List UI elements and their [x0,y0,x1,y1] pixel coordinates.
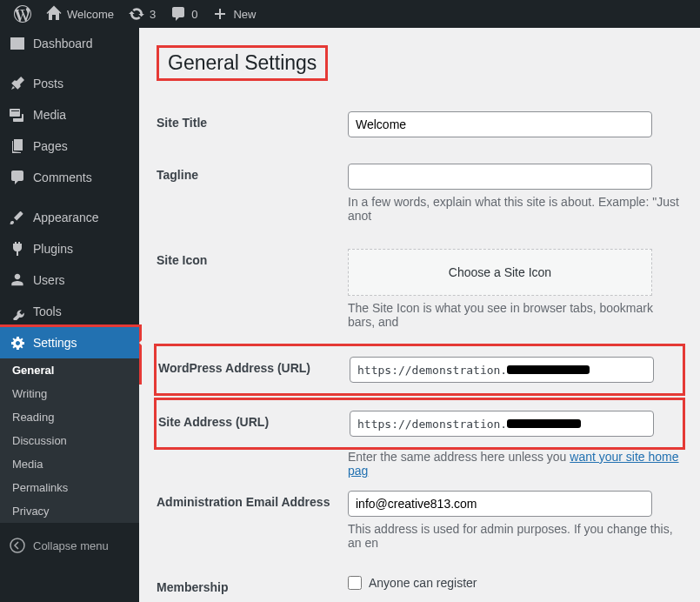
membership-checkbox[interactable] [348,576,362,590]
admin-email-row: Administration Email Address This addres… [157,478,683,563]
site-name: Welcome [67,8,114,21]
tagline-row: Tagline In a few words, explain what thi… [157,150,683,236]
comments-count: 0 [191,8,197,21]
updates-link[interactable]: 3 [121,5,163,23]
submenu-item-discussion[interactable]: Discussion [0,429,139,452]
wp-url-label: WordPress Address (URL) [158,357,350,375]
admin-sidebar: Dashboard Posts Media Pages Comments App… [0,28,139,602]
tagline-label: Tagline [157,164,348,182]
sidebar-label: Comments [33,171,92,184]
sidebar-label: Posts [33,77,63,90]
site-url-label: Site Address (URL) [158,411,350,429]
comments-link[interactable]: 0 [163,5,204,23]
site-title-input[interactable] [348,111,652,137]
site-url-description: Enter the same address here unless you w… [348,450,683,478]
brush-icon [9,209,26,226]
submenu-item-privacy[interactable]: Privacy [0,499,139,523]
wp-url-row: WordPress Address (URL) https://demonstr… [158,348,681,391]
plugin-icon [9,240,26,258]
submenu-item-permalinks[interactable]: Permalinks [0,476,139,499]
settings-submenu-rest: Writing Reading Discussion Media Permali… [0,382,139,523]
collapse-menu[interactable]: Collapse menu [0,530,139,561]
home-icon [45,5,63,23]
wp-logo[interactable] [7,5,38,23]
sidebar-item-comments[interactable]: Comments [0,162,139,193]
site-url-row: Site Address (URL) https://demonstration… [158,402,681,445]
sidebar-label: Pages [33,139,68,153]
page-title: General Settings [157,45,328,81]
svg-point-0 [10,538,24,552]
sidebar-item-media[interactable]: Media [0,99,139,130]
collapse-icon [9,537,26,554]
media-icon [9,106,26,124]
sidebar-item-plugins[interactable]: Plugins [0,233,139,264]
new-label: New [233,8,256,21]
sidebar-label: Users [33,273,65,287]
admin-email-input[interactable] [348,491,652,517]
sidebar-label: Tools [33,304,62,318]
site-title-label: Site Title [157,111,348,130]
wp-url-highlight: WordPress Address (URL) https://demonstr… [154,344,685,396]
wp-url-input[interactable]: https://demonstration. [350,357,654,383]
users-icon [9,271,26,289]
sidebar-item-pages[interactable]: Pages [0,130,139,162]
site-icon-label: Site Icon [157,249,348,267]
comments-icon [170,5,187,23]
site-url-highlight: Site Address (URL) https://demonstration… [154,398,685,450]
update-icon [128,5,145,23]
sidebar-item-tools[interactable]: Tools [0,296,139,327]
redacted-text [507,419,581,428]
sidebar-item-posts[interactable]: Posts [0,68,139,99]
comments-icon [9,169,26,186]
settings-submenu: General [0,358,139,382]
redacted-text [507,365,590,374]
site-icon-row: Site Icon Choose a Site Icon The Site Ic… [157,236,683,342]
sidebar-label: Settings [33,336,77,350]
choose-icon-button[interactable]: Choose a Site Icon [348,249,652,296]
submenu-item-general[interactable]: General [0,358,139,382]
sidebar-label: Media [33,108,66,122]
new-link[interactable]: New [204,5,263,23]
sidebar-item-dashboard[interactable]: Dashboard [0,28,139,59]
updates-count: 3 [150,8,156,21]
sidebar-label: Plugins [33,242,73,256]
pages-icon [9,137,26,155]
wordpress-icon [14,5,31,23]
sidebar-item-users[interactable]: Users [0,264,139,296]
tagline-description: In a few words, explain what this site i… [348,195,683,223]
collapse-label: Collapse menu [33,539,109,552]
sidebar-item-appearance[interactable]: Appearance [0,202,139,233]
sidebar-label: Dashboard [33,37,93,50]
pin-icon [9,75,26,92]
settings-icon [9,334,26,351]
membership-row: Membership Anyone can register [157,563,683,602]
site-url-input[interactable]: https://demonstration. [350,411,654,437]
admin-toolbar: Welcome 3 0 New [0,0,700,28]
tagline-input[interactable] [348,164,652,190]
site-title-row: Site Title [157,98,683,150]
admin-email-description: This address is used for admin purposes.… [348,522,683,550]
tools-icon [9,303,26,320]
site-link[interactable]: Welcome [38,5,121,23]
dashboard-icon [9,35,26,52]
membership-check-label[interactable]: Anyone can register [369,576,477,590]
site-icon-description: The Site Icon is what you see in browser… [348,301,683,329]
plus-icon [211,5,229,23]
submenu-item-reading[interactable]: Reading [0,405,139,429]
admin-email-label: Administration Email Address [157,491,348,509]
sidebar-label: Appearance [33,211,99,224]
main-content: General Settings Site Title Tagline In a… [139,28,700,602]
sidebar-item-settings[interactable]: Settings [0,327,139,358]
submenu-item-writing[interactable]: Writing [0,382,139,405]
submenu-item-media[interactable]: Media [0,452,139,476]
membership-label: Membership [157,576,348,594]
